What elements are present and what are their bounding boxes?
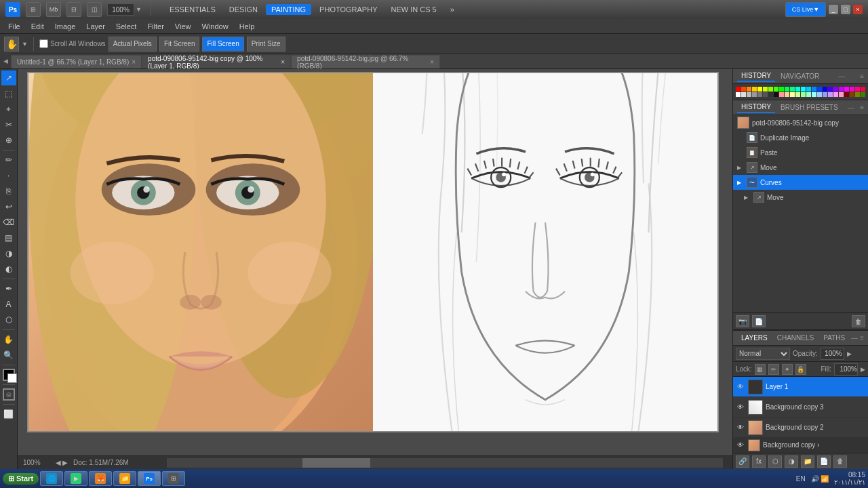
- maximize-button[interactable]: □: [841, 5, 850, 14]
- swatch[interactable]: [861, 92, 865, 97]
- nav-more[interactable]: »: [445, 4, 460, 15]
- tab-paths[interactable]: PATHS: [819, 333, 849, 343]
- cs-live-icon[interactable]: CS Live▼: [785, 2, 826, 17]
- tool-crop[interactable]: ✂: [1, 117, 16, 132]
- tab-2-close[interactable]: ×: [430, 58, 434, 66]
- zoom-control[interactable]: ▼: [107, 3, 142, 16]
- h-scrollbar-thumb[interactable]: [302, 458, 370, 468]
- tab-0-close[interactable]: ×: [132, 58, 136, 66]
- tool-shape[interactable]: ⬡: [1, 312, 16, 327]
- lock-position[interactable]: ✦: [782, 364, 793, 375]
- opacity-arrow[interactable]: ▶: [847, 350, 852, 357]
- zoom-icon[interactable]: ◫: [87, 2, 102, 17]
- h-scrollbar[interactable]: [167, 458, 723, 468]
- history-new-doc[interactable]: 📄: [752, 315, 766, 327]
- nav-essentials[interactable]: ESSENTIALS: [164, 4, 221, 15]
- swatch[interactable]: [736, 92, 741, 97]
- tab-layers[interactable]: LAYERS: [737, 333, 772, 343]
- screen-mode[interactable]: ⬜: [1, 407, 16, 422]
- layer-eye-0[interactable]: 👁: [736, 382, 745, 392]
- status-nav[interactable]: ◀ ▶: [56, 459, 68, 466]
- menu-window[interactable]: Window: [197, 21, 234, 32]
- menu-edit[interactable]: Edit: [26, 21, 50, 32]
- quick-mask[interactable]: ◎: [3, 388, 15, 401]
- tool-blur[interactable]: ◑: [1, 246, 16, 261]
- tool-eraser[interactable]: ⌫: [1, 215, 16, 230]
- tab-1[interactable]: potd-090806-95142-big copy @ 100% (Layer…: [142, 55, 291, 68]
- swatch[interactable]: [828, 87, 833, 92]
- tab-brush-presets[interactable]: BRUSH PRESETS: [776, 102, 842, 113]
- tool-spot-heal[interactable]: ✏: [1, 152, 16, 167]
- swatch[interactable]: [812, 87, 816, 92]
- tool-gradient[interactable]: ▤: [1, 230, 16, 245]
- tab-navigator[interactable]: NAVIGATOR: [776, 71, 823, 81]
- swatch[interactable]: [768, 87, 773, 92]
- swatch[interactable]: [741, 92, 746, 97]
- swatch[interactable]: [774, 87, 778, 92]
- tab-1-close[interactable]: ×: [281, 58, 285, 66]
- menu-filter[interactable]: Filter: [142, 21, 169, 32]
- layer-eye-1[interactable]: 👁: [736, 403, 745, 412]
- swatch[interactable]: [844, 92, 849, 97]
- arrange-icon[interactable]: ⊞: [26, 2, 41, 17]
- canvas-image-container[interactable]: [28, 73, 717, 431]
- swatch[interactable]: [779, 87, 784, 92]
- add-mask-btn[interactable]: ⬡: [768, 455, 782, 468]
- taskbar-folder[interactable]: 📁: [113, 471, 136, 486]
- taskbar-firefox[interactable]: 🦊: [89, 471, 112, 486]
- tool-history-brush[interactable]: ↩: [1, 199, 16, 214]
- zoom-dropdown[interactable]: ▼: [136, 6, 142, 13]
- lock-image[interactable]: ✏: [768, 364, 779, 375]
- lock-all[interactable]: 🔒: [795, 364, 806, 375]
- tool-pen[interactable]: ✒: [1, 281, 16, 296]
- tool-eyedrop[interactable]: ⊕: [1, 133, 16, 148]
- tab-swatches[interactable]: HISTORY: [737, 70, 775, 82]
- swatch[interactable]: [752, 92, 757, 97]
- swatch[interactable]: [790, 92, 795, 97]
- new-adj-layer-btn[interactable]: ◑: [785, 455, 798, 468]
- new-layer-btn[interactable]: 📄: [817, 455, 831, 468]
- swatch[interactable]: [774, 92, 778, 97]
- hand-tool-icon[interactable]: ✋: [4, 37, 19, 52]
- swatch[interactable]: [747, 87, 751, 92]
- history-menu[interactable]: ≡: [860, 104, 864, 111]
- swatch[interactable]: [850, 92, 854, 97]
- taskbar-apps[interactable]: ⊞: [162, 471, 185, 486]
- swatch[interactable]: [833, 87, 838, 92]
- swatch[interactable]: [757, 87, 762, 92]
- swatch[interactable]: [855, 87, 860, 92]
- menu-select[interactable]: Select: [111, 21, 142, 32]
- tab-0[interactable]: Untitled-1 @ 66.7% (Layer 1, RGB/8) ×: [11, 55, 142, 68]
- swatch[interactable]: [757, 92, 762, 97]
- taskbar-ie[interactable]: 🌐: [40, 471, 63, 486]
- layer-eye-2[interactable]: 👁: [736, 423, 745, 432]
- new-group-btn[interactable]: 📁: [801, 455, 814, 468]
- fill-input[interactable]: [834, 363, 858, 375]
- swatch[interactable]: [812, 92, 816, 97]
- background-color[interactable]: [7, 373, 17, 383]
- tool-dropdown[interactable]: ▼: [22, 41, 28, 47]
- tab-handle[interactable]: ◀: [0, 54, 11, 68]
- layers-menu[interactable]: ≡: [860, 334, 864, 342]
- tab-history[interactable]: HISTORY: [737, 102, 775, 113]
- swatch[interactable]: [763, 92, 768, 97]
- swatch[interactable]: [817, 87, 822, 92]
- nav-design[interactable]: DESIGN: [224, 4, 263, 15]
- add-style-btn[interactable]: fx: [752, 455, 766, 468]
- history-item-1[interactable]: 📋 Paste: [733, 145, 868, 160]
- swatches-collapse[interactable]: —: [838, 73, 845, 80]
- scroll-all-label[interactable]: Scroll All Windows: [39, 39, 106, 48]
- fill-screen-btn[interactable]: Fill Screen: [202, 37, 243, 52]
- blend-mode-select[interactable]: NormalNormalDissolveMultiplyScreenOverla…: [736, 348, 790, 360]
- swatch[interactable]: [855, 92, 860, 97]
- status-next-icon[interactable]: ▶: [62, 459, 68, 466]
- actual-pixels-btn[interactable]: Actual Pixels: [108, 37, 157, 52]
- tool-dodge[interactable]: ◐: [1, 262, 16, 277]
- swatch[interactable]: [785, 92, 789, 97]
- history-title-item[interactable]: potd-090806-95142-big copy: [733, 115, 868, 130]
- tool-hand[interactable]: ✋: [1, 332, 16, 347]
- history-new-snapshot[interactable]: 📷: [736, 315, 749, 327]
- scroll-all-checkbox[interactable]: [39, 39, 48, 48]
- layer-item-1[interactable]: 👁 Background copy 3: [733, 397, 868, 418]
- delete-layer-btn[interactable]: 🗑: [833, 455, 847, 468]
